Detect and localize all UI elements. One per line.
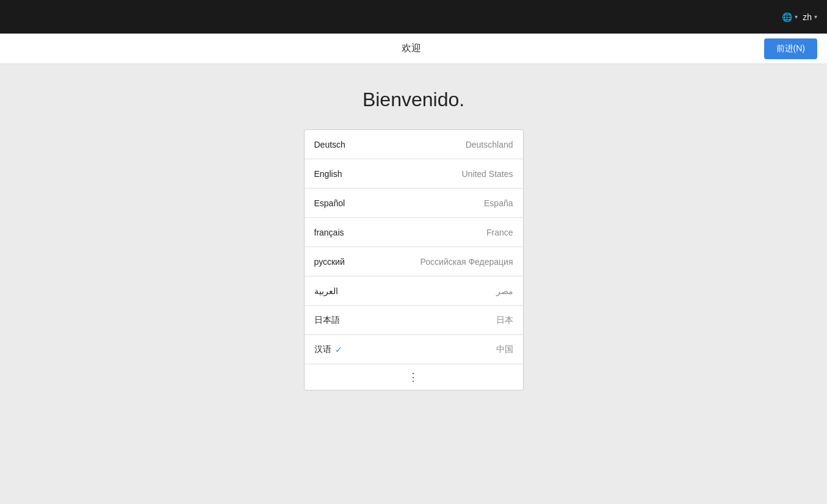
lang-name: العربية	[314, 286, 338, 296]
lang-name: Español	[314, 198, 345, 208]
more-button[interactable]: ⋮	[305, 364, 523, 390]
lang-region: 日本	[496, 315, 513, 326]
language-item[interactable]: françaisFrance	[305, 218, 523, 247]
language-item[interactable]: العربيةمصر	[305, 276, 523, 306]
language-list: DeutschDeutschlandEnglishUnited StatesEs…	[304, 129, 524, 391]
lang-name: русский	[314, 257, 345, 267]
window-title: 欢迎	[59, 42, 764, 55]
lang-region: مصر	[496, 286, 513, 296]
lang-region: United States	[461, 169, 513, 179]
language-item[interactable]: EspañolEspaña	[305, 189, 523, 218]
lang-region: Deutschland	[466, 140, 513, 149]
lang-caret: ▾	[814, 13, 817, 20]
language-item[interactable]: русскийРоссийская Федерация	[305, 247, 523, 276]
lang-check-icon: ✓	[335, 345, 342, 355]
top-bar: 🌐 ▾ zh ▾	[0, 0, 827, 34]
lang-label: zh	[803, 12, 812, 22]
content-area: Bienvenido. DeutschDeutschlandEnglishUni…	[0, 64, 827, 504]
language-item[interactable]: EnglishUnited States	[305, 159, 523, 189]
lang-region: France	[486, 228, 513, 237]
window-titlebar: 欢迎 前进(N)	[0, 34, 827, 64]
lang-region: 中国	[496, 344, 513, 355]
more-dots-icon: ⋮	[408, 370, 420, 384]
main-window: 欢迎 前进(N) Bienvenido. DeutschDeutschlandE…	[0, 34, 827, 504]
lang-name: 日本語	[314, 315, 340, 326]
welcome-heading: Bienvenido.	[363, 88, 464, 111]
lang-name: français	[314, 228, 344, 237]
next-button[interactable]: 前进(N)	[764, 38, 817, 59]
lang-name: English	[314, 169, 342, 179]
lang-name: 汉语✓	[314, 344, 342, 355]
language-item[interactable]: DeutschDeutschland	[305, 130, 523, 159]
globe-button[interactable]: 🌐 ▾	[782, 12, 798, 22]
language-item[interactable]: 日本語日本	[305, 306, 523, 335]
lang-region: Российская Федерация	[421, 257, 513, 267]
globe-caret: ▾	[795, 13, 798, 20]
language-selector[interactable]: zh ▾	[803, 12, 817, 22]
globe-icon: 🌐	[782, 12, 792, 22]
lang-name: Deutsch	[314, 140, 345, 149]
lang-region: España	[484, 198, 513, 208]
language-item[interactable]: 汉语✓中国	[305, 335, 523, 364]
